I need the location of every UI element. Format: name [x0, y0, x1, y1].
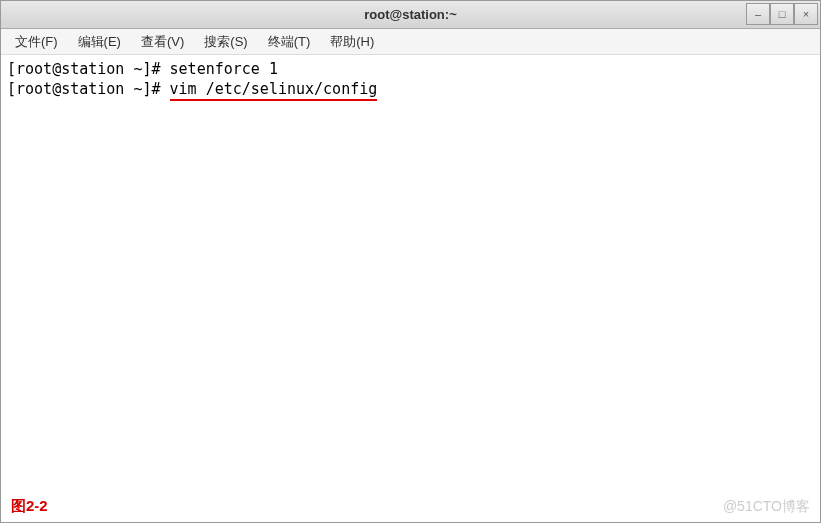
menu-view[interactable]: 查看(V) [133, 30, 192, 54]
menu-edit[interactable]: 编辑(E) [70, 30, 129, 54]
terminal-area[interactable]: [root@station ~]# setenforce 1 [root@sta… [1, 55, 820, 522]
menu-file[interactable]: 文件(F) [7, 30, 66, 54]
menu-search[interactable]: 搜索(S) [196, 30, 255, 54]
menu-terminal[interactable]: 终端(T) [260, 30, 319, 54]
figure-caption: 图2-2 [11, 496, 48, 516]
minimize-button[interactable]: – [746, 3, 770, 25]
terminal-line: [root@station ~]# setenforce 1 [7, 59, 814, 79]
command-text-highlighted: vim /etc/selinux/config [170, 80, 378, 101]
terminal-line: [root@station ~]# vim /etc/selinux/confi… [7, 79, 814, 99]
prompt: [root@station ~]# [7, 80, 170, 98]
watermark: @51CTO博客 [723, 497, 810, 516]
maximize-button[interactable]: □ [770, 3, 794, 25]
close-button[interactable]: × [794, 3, 818, 25]
window-title: root@station:~ [364, 7, 456, 22]
menubar: 文件(F) 编辑(E) 查看(V) 搜索(S) 终端(T) 帮助(H) [1, 29, 820, 55]
command-text: setenforce 1 [170, 60, 278, 78]
menu-help[interactable]: 帮助(H) [322, 30, 382, 54]
window-controls: – □ × [746, 3, 818, 25]
titlebar: root@station:~ – □ × [1, 1, 820, 29]
prompt: [root@station ~]# [7, 60, 170, 78]
